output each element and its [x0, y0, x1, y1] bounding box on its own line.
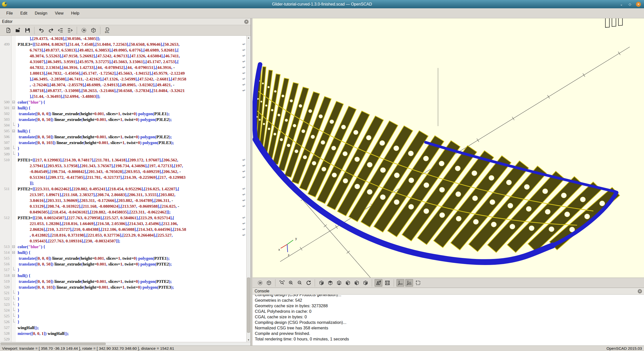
code-row[interactable]: 221.053, 1.28286],[218.816, 1.66469],[21… [0, 221, 246, 227]
code-row[interactable]: ]]; [0, 180, 246, 186]
code-row[interactable]: 510P3TE1=[[217, 0.129983],[214.39, 0.748… [0, 157, 246, 163]
code-row[interactable]: 213.597, 1.89671],[211.168, 2.38327],[20… [0, 192, 246, 198]
editor-vertical-scrollbar[interactable]: ▲ ▼ [246, 36, 251, 342]
close-button[interactable]: ✕ [636, 2, 641, 7]
zoom-out-icon[interactable] [296, 279, 303, 287]
fold-margin[interactable] [12, 128, 16, 134]
code-row[interactable]: 500color("blue") { [0, 99, 246, 105]
show-axes-icon[interactable] [396, 279, 404, 287]
editor-horizontal-scrollbar[interactable] [0, 342, 251, 345]
menu-item-file[interactable]: File [3, 10, 17, 17]
code-row[interactable]: 526} [0, 319, 246, 325]
code-row[interactable]: 515 translate([0, 0, 0]) linear_extrude(… [0, 255, 246, 261]
fold-collapse-icon[interactable] [12, 130, 15, 132]
code-row[interactable]: 508} [0, 146, 246, 151]
new-file-icon[interactable] [4, 26, 13, 34]
code-row[interactable]: 0.513361],[209.172, -0.417505],[211.781,… [0, 174, 246, 180]
fold-collapse-icon[interactable] [12, 251, 15, 254]
code-row[interactable]: 502 translate([0, 0, 0]) linear_extrude(… [0, 111, 246, 117]
preview-icon[interactable] [79, 26, 88, 34]
code-area[interactable]: ],[29.4373, -4.3028],[30.0586, -4.3805]]… [0, 36, 246, 342]
code-row[interactable]: 524} [0, 308, 246, 313]
view-right-icon[interactable] [317, 279, 325, 287]
code-row[interactable]: 517} [0, 267, 246, 273]
code-row[interactable]: 0.195443],[227.763, 0.109316],[230, -0.0… [0, 238, 246, 244]
maximize-button[interactable]: ◇ [627, 2, 632, 7]
fold-margin[interactable] [12, 99, 16, 105]
console-close-icon[interactable]: ✕ [638, 289, 642, 293]
code-row[interactable]: 3.08718],[49.8737, -3.15098],[50.2653, -… [0, 88, 246, 94]
open-icon[interactable] [14, 26, 22, 34]
scroll-down-icon[interactable]: ▼ [247, 338, 251, 342]
editor-close-icon[interactable]: ✕ [244, 20, 249, 24]
menu-item-help[interactable]: Help [67, 10, 83, 17]
code-row[interactable]: 512P3TE3=[[230, 0.00324507],[227.763, 0.… [0, 215, 246, 221]
code-row[interactable]: ],[46.3495, -2.28508],[46.7411, -2.42162… [0, 76, 246, 82]
code-row[interactable]: 6.7673],[49.8737, 6.53813],[49.4821, 6.3… [0, 47, 246, 53]
fold-margin[interactable] [12, 105, 16, 111]
reset-view-icon[interactable] [304, 279, 312, 287]
title-bar[interactable]: Glider-tutorial-curved-1.3.0-finished.sc… [0, 0, 644, 8]
scroll-up-icon[interactable]: ▲ [247, 36, 251, 40]
menu-item-edit[interactable]: Edit [17, 10, 31, 17]
code-row[interactable]: -0.864549],[198.734, -0.800842],[201.343… [0, 169, 246, 174]
view-front-icon[interactable] [353, 279, 360, 287]
export-stl-icon[interactable]: STL [103, 26, 111, 34]
fold-margin[interactable] [12, 244, 16, 250]
code-row[interactable]: 514hull() { [0, 250, 246, 255]
fold-margin[interactable] [12, 250, 16, 255]
3d-viewport[interactable]: xyz [253, 18, 644, 278]
view-bottom-icon[interactable] [335, 279, 343, 287]
code-row[interactable]: 522} [0, 296, 246, 302]
code-row[interactable]: 521} [0, 290, 246, 296]
code-row[interactable]: 525} [0, 313, 246, 319]
code-row[interactable]: 505hull() { [0, 128, 246, 134]
scroll-thumb[interactable] [247, 278, 250, 333]
console-body[interactable]: Compiling design (CSG Products generatio… [253, 295, 644, 345]
code-row[interactable]: 3.84616],[203.311, 3.96069],[203.311, -0… [0, 198, 246, 203]
code-row[interactable]: 520 translate([0, 0, 103]) linear_extrud… [0, 284, 246, 290]
menu-item-design[interactable]: Design [31, 10, 51, 17]
code-row[interactable]: 518hull() { [0, 273, 246, 279]
code-row[interactable]: 4.31607],[46.3495, 3.9591],[45.9579, 3.5… [0, 59, 246, 65]
render-icon[interactable] [265, 279, 273, 287]
perspective-icon[interactable] [375, 279, 382, 287]
menu-item-view[interactable]: View [51, 10, 67, 17]
code-row[interactable]: 2.86826],[210, 3.25727],[210, 0.484388],… [0, 227, 246, 232]
code-row[interactable]: 504} [0, 122, 246, 128]
code-row[interactable]: 507 translate([0, 0, 103]) linear_extrud… [0, 140, 246, 146]
code-row[interactable]: 511P3TE2=[[223.311, 0.0622462],[220.882,… [0, 186, 246, 192]
show-scale-icon[interactable]: 10 [405, 279, 413, 287]
code-row[interactable]: 48.3074, 5.55263],[47.9158, 5.26692],[47… [0, 53, 246, 59]
code-row[interactable]: 0.13129],[208.74, -0.103922],[211.168, -… [0, 203, 246, 209]
fold-collapse-icon[interactable] [12, 107, 15, 109]
code-row[interactable]: 0.0496505],[218.454, -0.0436102],[220.88… [0, 209, 246, 215]
indent-icon[interactable] [66, 26, 74, 34]
undo-icon[interactable] [37, 26, 46, 34]
code-row[interactable]: 513color("blue") { [0, 244, 246, 250]
code-row[interactable]: 529 [0, 336, 246, 342]
zoom-all-icon[interactable] [278, 279, 286, 287]
code-row[interactable]: 506 translate([0, 0, 50]) linear_extrude… [0, 134, 246, 140]
code-row[interactable]: 1.08013],[44.7832, -1.45056],[45.1747, -… [0, 70, 246, 76]
code-row[interactable]: ],[29.4373, -4.3028],[30.0586, -4.3805]]… [0, 36, 246, 41]
unindent-icon[interactable] [56, 26, 65, 34]
code-row[interactable]: 528mirror([0, 0, 1]) wingHalf(); [0, 331, 246, 336]
redo-icon[interactable] [47, 26, 55, 34]
view-left-icon[interactable] [344, 279, 352, 287]
fold-margin[interactable] [12, 273, 16, 279]
code-row[interactable]: 503 translate([0, 0, 50]) linear_extrude… [0, 117, 246, 122]
code-row[interactable]: , 0.412882],[218.816, 0.373198],[221.053… [0, 232, 246, 238]
minimize-button[interactable]: ⌄ [619, 2, 624, 7]
code-row[interactable]: 527wingHalf(); [0, 325, 246, 331]
show-crosshairs-icon[interactable] [414, 279, 422, 287]
code-row[interactable]: 516 translate([0, 0, 50]) linear_extrude… [0, 261, 246, 267]
view-back-icon[interactable] [361, 279, 369, 287]
code-row[interactable]: , -2.76246],[48.3074, -2.85579],[48.6989… [0, 82, 246, 88]
code-row[interactable]: 501hull() { [0, 105, 246, 111]
save-icon[interactable] [23, 26, 32, 34]
code-row[interactable]: 44.7832, 2.13034],[44.3916, 1.42733],[44… [0, 65, 246, 70]
view-top-icon[interactable] [326, 279, 334, 287]
hscroll-thumb[interactable] [1, 343, 106, 345]
fold-collapse-icon[interactable] [12, 274, 15, 277]
